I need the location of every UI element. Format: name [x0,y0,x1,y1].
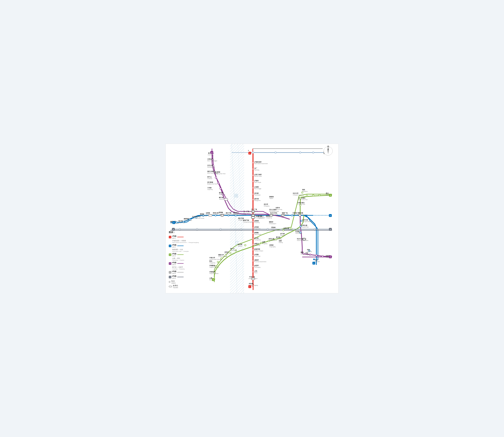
line1-sublabel: Line 1 [172,237,176,239]
legend-line1: 1 1号线 Line 1 [169,235,200,239]
svg-point-91 [252,175,254,176]
line5-badge: 5 [169,271,171,274]
svg-text:碧沙湖: 碧沙湖 [238,244,242,245]
svg-text:烈士公园东: 烈士公园东 [269,209,277,210]
svg-text:靛云路: 靛云路 [179,220,183,222]
legend-line6: 6 6号线 Line 6 [169,275,200,279]
svg-text:侯家塘: 侯家塘 [254,220,259,222]
svg-text:人民东路: 人民东路 [297,212,303,214]
svg-text:韭塘: 韭塘 [279,240,282,242]
svg-text:粟塘: 粟塘 [300,251,304,253]
svg-text:橘子洲: 橘子洲 [219,197,223,198]
svg-text:洋湖新城: 洋湖新城 [209,265,215,266]
svg-text:星沙: 星沙 [326,192,329,194]
svg-text:Xiangjiang Middle Rd: Xiangjiang Middle Rd [238,219,249,221]
svg-text:尚双塘: 尚双塘 [249,283,253,284]
svg-text:沙湾公园: 沙湾公园 [301,225,307,226]
svg-text:文昌阁: 文昌阁 [254,186,259,188]
svg-text:Sifangping: Sifangping [264,205,269,207]
legend-line4: 4 4号线 Line 4 [169,261,200,265]
svg-text:Xihu Park: Xihu Park [213,214,218,215]
svg-rect-151 [224,198,228,200]
svg-text:Fuheba: Fuheba [224,253,229,255]
svg-text:树木岭: 树木岭 [276,237,281,238]
svg-text:Guihua Park: Guihua Park [269,240,275,241]
svg-text:Wenchangge: Wenchangge [254,188,261,189]
metro-map: 湘 江 [165,144,339,293]
svg-text:平阳: 平阳 [305,252,308,254]
transfer-label: 换乘站 [173,284,178,287]
svg-text:湖南师大: 湖南师大 [233,212,239,214]
svg-text:Shawan Park: Shawan Park [283,229,291,231]
svg-text:培元桥: 培元桥 [254,192,259,194]
svg-point-147 [215,177,217,179]
svg-point-336 [282,214,284,217]
svg-text:Bishahe: Bishahe [238,245,242,247]
svg-text:Noujiating: Noujiating [254,222,260,223]
svg-point-95 [252,199,254,200]
legend-line3: 3 3号线 Line 3 [169,253,200,257]
svg-text:Beichen Delta: Beichen Delta [254,176,262,177]
legend-transfer: 换乘站 Transfer [169,284,200,288]
svg-text:丝茅冲: 丝茅冲 [276,207,280,209]
svg-text:湘江中路: 湘江中路 [238,218,244,219]
svg-point-139 [260,242,262,244]
line6-sublabel: Line 6 [172,277,176,279]
svg-point-103 [252,249,254,251]
svg-text:六沟岭: 六沟岭 [207,187,212,189]
svg-text:Liuyun Road: Liuyun Road [179,222,185,223]
svg-text:望月湖: 望月湖 [254,198,259,200]
svg-text:East Martyr's Park: East Martyr's Park [269,211,279,212]
line4-sublabel: Line 4 [172,264,176,265]
svg-text:省政府: 省政府 [254,259,259,261]
line5-color-bar [177,272,184,272]
svg-text:袁家岭: 袁家岭 [266,215,270,217]
line1-route: 开福区政府 — 尚双塘 [172,240,200,242]
svg-text:Nanmenkou: Nanmenkou [230,250,237,251]
svg-text:阜埠河: 阜埠河 [224,251,229,253]
svg-text:Huangxing Square: Huangxing Square [243,221,253,223]
svg-text:Shumuling: Shumuling [276,238,281,240]
svg-point-162 [267,228,269,230]
line3-color-bar [177,254,184,255]
svg-text:Chigangling: Chigangling [269,246,275,248]
svg-text:涂家冲: 涂家冲 [254,243,259,245]
line2-color-bar [177,246,184,246]
svg-point-104 [252,255,254,256]
svg-point-136 [230,252,231,254]
svg-text:杜花路: 杜花路 [295,231,300,232]
svg-point-161 [240,228,242,230]
svg-point-375 [322,256,323,257]
svg-text:山塘: 山塘 [209,277,212,279]
svg-text:3: 3 [330,194,331,196]
svg-point-90 [252,168,254,170]
svg-text:开福寺: 开福寺 [254,180,259,181]
svg-text:马厂: 马厂 [254,168,257,169]
svg-text:望城坡: 望城坡 [200,213,204,215]
line4-label: 4号线 [172,261,176,264]
line6-color-bar [177,277,184,277]
svg-text:湘龙: 湘龙 [302,189,305,190]
line5-label: 5号线 [172,270,176,273]
svg-text:Xianglong: Xianglong [302,191,307,192]
svg-text:桂花公园: 桂花公园 [269,238,274,240]
svg-text:四方坪: 四方坪 [264,203,268,205]
svg-text:湘: 湘 [234,193,238,198]
svg-text:平阳: 平阳 [307,249,310,251]
svg-text:望月湖: 望月湖 [219,192,223,194]
svg-text:Guihuaping: Guihuaping [254,267,260,268]
svg-text:长沙大道: 长沙大道 [302,219,308,221]
line3-badge: 3 [169,253,171,256]
svg-text:洋湖湿地: 洋湖湿地 [209,271,215,273]
svg-point-367 [300,197,301,199]
svg-text:开福区政府: 开福区政府 [254,161,262,163]
line5-sublabel: Line 5 [172,273,176,274]
svg-text:Wangyuehu: Wangyuehu [254,200,261,201]
svg-point-124 [300,220,302,222]
svg-text:Yangguang: Yangguang [209,262,215,264]
svg-line-49 [262,233,268,235]
svg-text:3: 3 [213,279,214,280]
svg-text:滨江新城: 滨江新城 [207,181,213,183]
svg-text:North Yuehu Park: North Yuehu Park [298,199,308,200]
line3-route: 山塘 — 星沙 [172,257,200,259]
